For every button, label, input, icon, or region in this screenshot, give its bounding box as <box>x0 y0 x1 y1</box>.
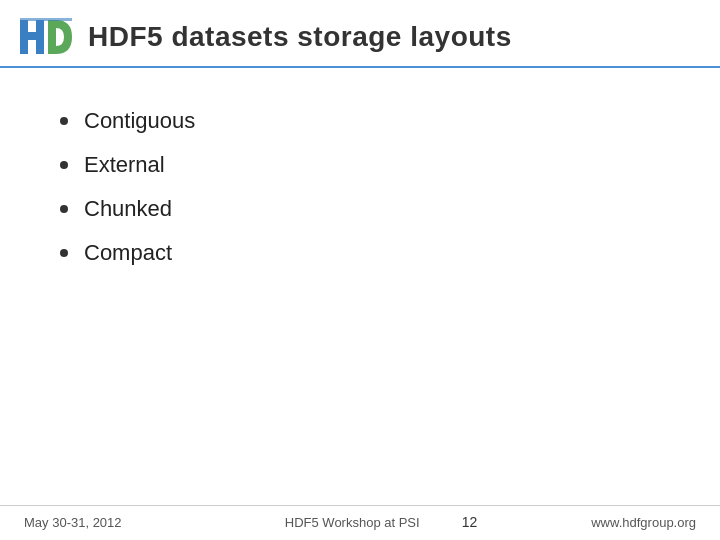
bullet-text: Compact <box>84 240 172 266</box>
footer-page: 12 <box>462 514 478 530</box>
bullet-dot-icon <box>60 249 68 257</box>
list-item: Contiguous <box>60 108 670 134</box>
bullet-text: Contiguous <box>84 108 195 134</box>
list-item: Chunked <box>60 196 670 222</box>
bullet-dot-icon <box>60 117 68 125</box>
svg-rect-2 <box>20 32 44 40</box>
footer-event: HDF5 Workshop at PSI <box>243 515 462 530</box>
slide: HDF5 datasets storage layouts Contiguous… <box>0 0 720 540</box>
list-item: External <box>60 152 670 178</box>
header: HDF5 datasets storage layouts <box>0 0 720 68</box>
content-area: ContiguousExternalChunkedCompact <box>0 68 720 505</box>
hdf-logo <box>20 18 72 56</box>
bullet-dot-icon <box>60 205 68 213</box>
slide-title: HDF5 datasets storage layouts <box>88 21 512 53</box>
bullet-list: ContiguousExternalChunkedCompact <box>60 108 670 266</box>
bullet-dot-icon <box>60 161 68 169</box>
bullet-text: External <box>84 152 165 178</box>
footer-date: May 30-31, 2012 <box>24 515 243 530</box>
bullet-text: Chunked <box>84 196 172 222</box>
svg-rect-4 <box>20 18 72 21</box>
footer-website: www.hdfgroup.org <box>477 515 696 530</box>
footer: May 30-31, 2012 HDF5 Workshop at PSI 12 … <box>0 505 720 540</box>
svg-rect-3 <box>48 20 56 54</box>
list-item: Compact <box>60 240 670 266</box>
